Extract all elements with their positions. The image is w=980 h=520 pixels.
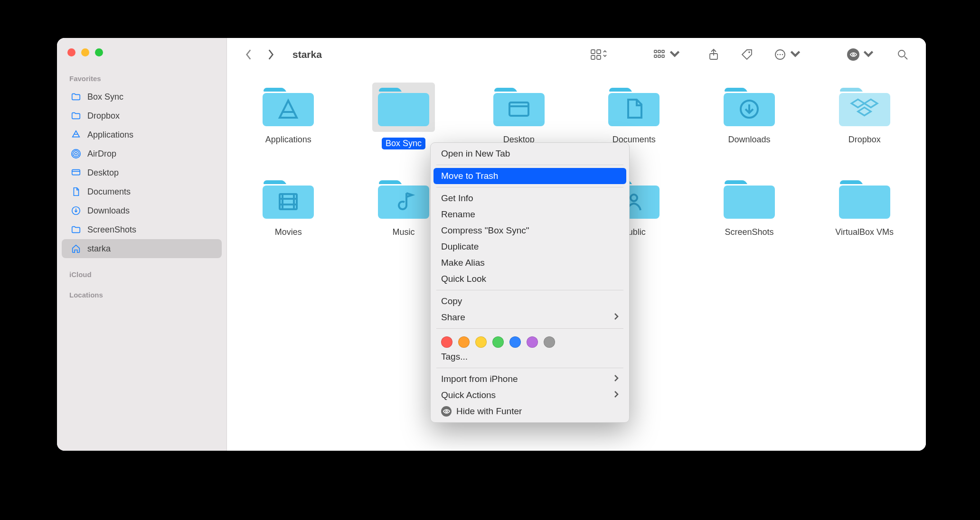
document-icon (70, 186, 82, 197)
svg-point-19 (780, 54, 781, 56)
svg-point-41 (445, 410, 447, 412)
ctx-quick-look[interactable]: Quick Look (431, 271, 629, 287)
eye-icon (847, 48, 859, 61)
ctx-move-to-trash[interactable]: Move to Trash (433, 168, 626, 184)
ctx-compress[interactable]: Compress "Box Sync" (431, 223, 629, 239)
folder-label: Music (392, 227, 415, 237)
sidebar-item-starka[interactable]: starka (62, 239, 222, 258)
sidebar-item-screenshots[interactable]: ScreenShots (62, 220, 222, 239)
funter-toolbar-button[interactable] (843, 46, 878, 63)
folder-item[interactable]: Dropbox (816, 85, 913, 149)
folder-item[interactable]: Documents (586, 85, 682, 149)
chevron-right-icon (614, 312, 619, 323)
folder-item[interactable]: Box Sync (356, 85, 452, 149)
folder-title: starka (292, 49, 322, 60)
svg-point-20 (782, 54, 783, 56)
sidebar-item-desktop[interactable]: Desktop (62, 163, 222, 182)
sidebar-item-label: ScreenShots (87, 225, 136, 235)
search-button[interactable] (893, 46, 913, 63)
tag-color-dot[interactable] (492, 336, 504, 348)
folder-icon (836, 178, 893, 222)
icloud-section-label: iCloud (57, 266, 226, 283)
folder-item[interactable]: Desktop (471, 85, 567, 149)
svg-rect-6 (597, 50, 601, 54)
ctx-rename[interactable]: Rename (431, 206, 629, 223)
share-button[interactable] (704, 46, 724, 63)
folder-item[interactable]: Downloads (701, 85, 798, 149)
sidebar-item-applications[interactable]: Applications (62, 125, 222, 144)
ctx-open-new-tab[interactable]: Open in New Tab (431, 146, 629, 162)
folder-icon (605, 85, 662, 129)
sidebar-item-box-sync[interactable]: Box Sync (62, 87, 222, 106)
separator (436, 368, 623, 368)
toolbar: starka (227, 38, 926, 71)
ctx-quick-actions[interactable]: Quick Actions (431, 387, 629, 403)
sidebar-item-label: AirDrop (87, 149, 116, 159)
sidebar-item-airdrop[interactable]: AirDrop (62, 144, 222, 163)
svg-rect-25 (493, 93, 545, 126)
eye-icon (441, 406, 452, 417)
view-icon-mode-button[interactable] (586, 46, 612, 63)
ctx-hide-with-funter[interactable]: Hide with Funter (431, 403, 629, 419)
folder-item[interactable]: VirtualBox VMs (816, 178, 913, 237)
svg-rect-24 (378, 93, 429, 126)
back-button[interactable] (240, 46, 257, 63)
forward-button[interactable] (262, 46, 279, 63)
ctx-duplicate[interactable]: Duplicate (431, 239, 629, 255)
context-menu: Open in New Tab Move to Trash Get Info R… (430, 142, 630, 423)
sidebar-item-label: Downloads (87, 206, 130, 216)
folder-icon (375, 178, 432, 222)
ctx-copy[interactable]: Copy (431, 293, 629, 309)
tag-color-dot[interactable] (458, 336, 470, 348)
favorites-section-label: Favorites (57, 70, 226, 87)
tag-button[interactable] (737, 46, 757, 63)
sidebar-item-downloads[interactable]: Downloads (62, 201, 222, 220)
svg-rect-5 (591, 50, 595, 54)
folder-item[interactable]: Movies (240, 178, 337, 237)
folder-item[interactable]: ScreenShots (701, 178, 798, 237)
more-actions-button[interactable] (770, 46, 805, 63)
tag-color-dot[interactable] (527, 336, 538, 348)
svg-rect-39 (724, 186, 775, 219)
svg-rect-3 (72, 170, 80, 175)
sidebar-item-label: Box Sync (87, 92, 123, 102)
desktop-icon (70, 167, 82, 178)
up-down-chevron-icon (602, 49, 608, 60)
sidebar-item-dropbox[interactable]: Dropbox (62, 106, 222, 125)
tag-color-dot[interactable] (441, 336, 452, 348)
downloads-icon (70, 205, 82, 216)
minimize-window-button[interactable] (81, 48, 89, 56)
applications-icon (70, 129, 82, 140)
sidebar-item-documents[interactable]: Documents (62, 182, 222, 201)
tag-color-dot[interactable] (544, 336, 555, 348)
folder-label: ScreenShots (725, 227, 773, 237)
folder-icon (490, 85, 547, 129)
svg-rect-14 (662, 55, 664, 57)
maximize-window-button[interactable] (95, 48, 103, 56)
airdrop-icon (70, 148, 82, 159)
chevron-right-icon (614, 390, 619, 400)
svg-rect-11 (662, 50, 664, 53)
folder-icon (721, 85, 778, 129)
svg-rect-40 (839, 186, 890, 219)
folder-item[interactable]: Applications (240, 85, 337, 149)
ctx-tags[interactable]: Tags... (431, 349, 629, 365)
tag-color-dot[interactable] (509, 336, 521, 348)
close-window-button[interactable] (67, 48, 75, 56)
group-by-button[interactable] (650, 46, 685, 63)
home-icon (70, 243, 82, 254)
sidebar-item-label: Documents (87, 187, 131, 197)
svg-rect-12 (654, 55, 657, 57)
ctx-get-info[interactable]: Get Info (431, 190, 629, 206)
ctx-share[interactable]: Share (431, 309, 629, 325)
ctx-import-iphone[interactable]: Import from iPhone (431, 371, 629, 387)
svg-point-21 (852, 54, 854, 56)
svg-point-16 (748, 51, 750, 53)
tag-color-dot[interactable] (475, 336, 487, 348)
folder-icon (260, 85, 317, 129)
svg-rect-13 (658, 55, 660, 57)
folder-icon (372, 83, 435, 132)
folder-label: Downloads (728, 135, 770, 145)
ctx-make-alias[interactable]: Make Alias (431, 255, 629, 271)
svg-point-18 (777, 54, 779, 56)
